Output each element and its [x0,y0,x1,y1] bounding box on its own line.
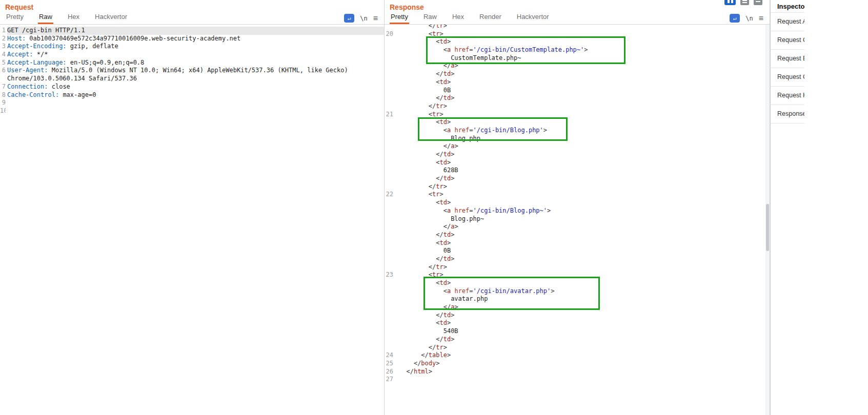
tab-raw[interactable]: Raw [38,13,53,24]
code-token: </ [436,336,443,343]
tab-hackvertor[interactable]: Hackvertor [94,13,128,24]
line-wrap-toggle-icon[interactable]: ↵ [344,14,354,23]
code-line[interactable]: </td> [385,175,765,183]
layout-side-by-side-icon[interactable] [724,0,736,5]
code-line[interactable]: 25 </body> [385,360,765,368]
code-line[interactable]: </td> [385,255,765,263]
code-line[interactable]: </a> [385,62,765,70]
line-number [385,336,393,344]
code-line[interactable]: 6User-Agent: Mozilla/5.0 (Windows NT 10.… [0,67,384,75]
code-line-text: 0B [399,247,765,255]
code-line[interactable]: 4Accept: */* [0,51,384,59]
code-line[interactable]: 24 </table> [385,351,765,360]
code-line[interactable]: 540B [385,327,765,336]
code-line[interactable]: <td> [385,319,765,327]
code-line[interactable]: 27 [385,376,765,384]
code-line[interactable]: </tr> [385,263,765,272]
code-line[interactable]: <td> [385,239,765,247]
response-code-editor[interactable]: </tr>20 <tr> <td> <a href='/cgi-bin/Cust… [385,22,765,415]
inspector-section-5[interactable]: Response [771,105,804,123]
code-token: </ [429,344,436,351]
editor-menu-icon[interactable]: ≡ [759,15,763,22]
response-scrollbar-thumb[interactable] [766,204,769,251]
code-token: td [439,319,447,326]
code-token: > [454,62,458,69]
code-line[interactable]: 0B [385,87,765,95]
line-wrap-toggle-icon[interactable]: ↵ [730,14,740,23]
code-line[interactable]: </td> [385,151,765,159]
show-newlines-toggle-icon[interactable]: \n [745,15,753,22]
code-line[interactable]: 7Connection: close [0,83,384,91]
code-line[interactable]: <td> [385,118,765,127]
code-line-text: Host: 0ab100370469e572c34a97710016009e.w… [7,35,384,43]
inspector-section-2[interactable]: Request B [771,50,804,68]
tab-render[interactable]: Render [478,13,502,24]
inspector-section-3[interactable]: Request C [771,68,804,87]
code-token: </ [429,183,436,190]
code-token: close [48,83,70,90]
code-line[interactable]: avatar.php [385,295,765,303]
request-code-editor[interactable]: 1GET /cgi-bin HTTP/1.12Host: 0ab10037046… [0,27,384,415]
tab-hex[interactable]: Hex [67,13,80,24]
code-line[interactable]: <td> [385,78,765,87]
code-line[interactable]: <td> [385,279,765,287]
code-line[interactable]: </td> [385,94,765,102]
inspector-section-1[interactable]: Request Q [771,31,804,50]
code-line[interactable]: 8Cache-Control: max-age=0 [0,91,384,99]
code-token: </ [443,62,451,69]
code-line[interactable]: </tr> [385,102,765,111]
code-token [399,62,443,69]
tab-pretty[interactable]: Pretty [5,13,25,24]
code-line[interactable]: 22 <tr> [385,191,765,199]
response-scrollbar-track[interactable] [765,23,770,415]
code-line[interactable]: 26 </html> [385,368,765,376]
code-line[interactable]: 10 [0,107,384,115]
code-line[interactable]: <a href='/cgi-bin/Blog.php~'> [385,207,765,215]
code-token: td [443,175,451,182]
code-line[interactable]: Blog.php~ [385,215,765,223]
code-line[interactable]: CustomTemplate.php~ [385,54,765,63]
code-line[interactable]: </a> [385,303,765,312]
editor-menu-icon[interactable]: ≡ [373,15,378,22]
code-line[interactable]: 21 <tr> [385,111,765,119]
code-line[interactable]: <td> [385,199,765,207]
code-line-text: <tr> [399,191,765,199]
code-line[interactable]: 628B [385,167,765,175]
burp-repeater-view: Request PrettyRawHexHackvertor ↵ \n ≡ 1G… [0,0,868,415]
code-line[interactable]: </tr> [385,344,765,352]
code-line[interactable]: </td> [385,312,765,320]
code-line[interactable]: <a href='/cgi-bin/CustomTemplate.php~'> [385,46,765,54]
tab-hackvertor[interactable]: Hackvertor [516,13,550,24]
inspector-section-0[interactable]: Request A [771,13,804,31]
code-line[interactable]: </td> [385,231,765,239]
code-line[interactable]: <a href='/cgi-bin/avatar.php'> [385,287,765,296]
code-line[interactable]: Chrome/103.0.5060.134 Safari/537.36 [0,75,384,83]
code-line-text: </td> [399,94,765,102]
line-number: 22 [385,191,393,199]
code-line[interactable]: 3Accept-Encoding: gzip, deflate [0,43,384,51]
code-line[interactable]: 23 <tr> [385,271,765,279]
tab-raw[interactable]: Raw [422,13,438,24]
code-line[interactable]: 1GET /cgi-bin HTTP/1.1 [0,27,384,35]
code-line[interactable]: 9 [0,99,384,107]
code-line[interactable]: 0B [385,247,765,255]
code-line[interactable]: 20 <tr> [385,30,765,38]
code-line[interactable]: </td> [385,336,765,344]
code-line-text: </tr> [399,344,765,352]
code-line[interactable]: <a href='/cgi-bin/Blog.php'> [385,127,765,135]
code-line[interactable]: <td> [385,38,765,46]
tab-hex[interactable]: Hex [451,13,465,24]
inspector-section-4[interactable]: Request H [771,87,804,105]
code-line[interactable]: </td> [385,70,765,78]
code-line[interactable]: 2Host: 0ab100370469e572c34a97710016009e.… [0,35,384,43]
tab-pretty[interactable]: Pretty [390,13,409,24]
code-line[interactable]: <td> [385,159,765,167]
code-line[interactable]: 5Accept-Language: en-US;q=0.9,en;q=0.8 [0,59,384,67]
show-newlines-toggle-icon[interactable]: \n [360,15,367,22]
code-line[interactable]: </a> [385,142,765,151]
layout-single-icon[interactable] [754,0,762,5]
code-line[interactable]: </a> [385,223,765,231]
code-line[interactable]: Blog.php [385,135,765,143]
layout-stacked-icon[interactable] [740,0,749,5]
code-line[interactable]: </tr> [385,183,765,191]
